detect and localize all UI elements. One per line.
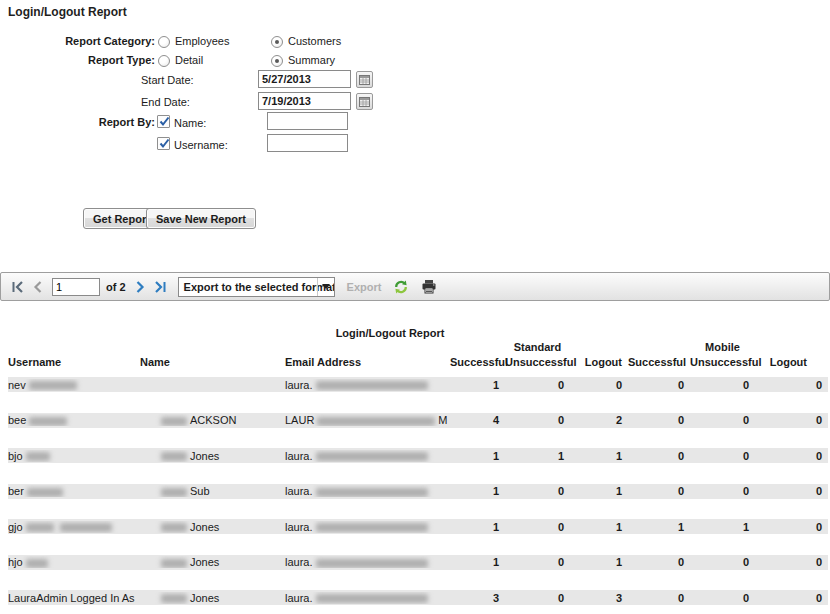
value-cell: 0 (505, 379, 570, 391)
start-date-input[interactable] (258, 70, 351, 88)
redacted-text (161, 594, 187, 603)
value-cell: 1 (570, 521, 628, 533)
cell-text: laura. (285, 485, 313, 497)
email-cell: laura. (285, 521, 450, 533)
email-cell: laura. (285, 379, 450, 391)
refresh-button[interactable] (393, 279, 409, 295)
col-header-std-unsuccessful: Unsuccessful (505, 356, 570, 368)
login-logout-report-page: Login/Logout Report Report Category: Emp… (0, 0, 830, 614)
export-format-select[interactable]: Export to the selected format (178, 277, 335, 297)
value-cell: 0 (755, 379, 828, 391)
cell-text: Sub (190, 485, 210, 497)
summary-radio-label[interactable]: Summary (288, 54, 335, 66)
value-cell: 1 (628, 521, 690, 533)
redacted-text (161, 488, 187, 497)
report-toolbar: of 2 Export to the selected format Expor… (0, 272, 830, 301)
group-header-row: Standard Mobile (8, 341, 828, 353)
value-cell: 0 (505, 556, 570, 568)
table-row: LauraAdmin Logged In AsJoneslaura.303000 (8, 590, 828, 605)
summary-radio[interactable] (271, 55, 283, 67)
calendar-icon (359, 75, 370, 85)
name-cell: Sub (140, 485, 285, 497)
first-page-button[interactable] (8, 277, 28, 297)
email-cell: LAURM (285, 414, 450, 426)
select-arrow-zone[interactable] (317, 278, 334, 296)
value-cell: 0 (690, 450, 755, 462)
value-cell: 0 (505, 521, 570, 533)
username-cell: ber (8, 485, 140, 497)
table-row: berSublaura.101000 (8, 484, 828, 499)
table-row: gjoJoneslaura.101110 (8, 519, 828, 534)
page-count-label: of 2 (106, 281, 126, 293)
radio-selected-dot (275, 59, 279, 63)
table-row: nevlaura.100000 (8, 377, 828, 392)
page-number-input[interactable] (52, 278, 100, 296)
redacted-text (27, 488, 63, 497)
customers-radio-label[interactable]: Customers (288, 35, 341, 47)
redacted-text (316, 488, 428, 497)
check-icon (158, 115, 171, 128)
value-cell: 3 (570, 592, 628, 604)
report-by-label: Report By: (7, 116, 155, 128)
username-cell: LauraAdmin Logged In As (8, 592, 140, 604)
name-input[interactable] (267, 112, 348, 130)
last-page-icon (153, 281, 167, 293)
cell-text: laura. (285, 450, 313, 462)
start-date-calendar-button[interactable] (356, 71, 373, 88)
redacted-text (29, 417, 67, 426)
redacted-text (60, 523, 112, 532)
name-cell: Jones (140, 592, 285, 604)
email-cell: laura. (285, 556, 450, 568)
value-cell: 0 (690, 592, 755, 604)
end-date-label: End Date: (141, 96, 190, 108)
cell-text: ber (8, 485, 24, 497)
last-page-button[interactable] (150, 277, 170, 297)
cell-text: Jones (190, 450, 219, 462)
col-header-mob-logout: Logout (755, 356, 828, 368)
value-cell: 0 (628, 450, 690, 462)
cell-text: Jones (190, 592, 219, 604)
col-header-username: Username (8, 356, 140, 368)
print-button[interactable] (421, 279, 437, 294)
prev-page-button[interactable] (28, 277, 48, 297)
value-cell: 0 (628, 414, 690, 426)
name-cell: Jones (140, 521, 285, 533)
username-checkbox-label[interactable]: Username: (174, 139, 228, 151)
detail-radio-label[interactable]: Detail (175, 54, 203, 66)
next-page-button[interactable] (130, 277, 150, 297)
value-cell: 0 (505, 485, 570, 497)
redacted-text (26, 559, 48, 568)
cell-text: laura. (285, 592, 313, 604)
username-input[interactable] (267, 134, 348, 152)
report-category-label: Report Category: (7, 35, 155, 47)
start-date-label: Start Date: (141, 74, 194, 86)
customers-radio[interactable] (271, 36, 283, 48)
redacted-text (26, 452, 50, 461)
value-cell: 1 (690, 521, 755, 533)
save-new-report-button[interactable]: Save New Report (146, 208, 256, 229)
username-cell: gjo (8, 521, 140, 533)
end-date-calendar-button[interactable] (356, 93, 373, 110)
value-cell: 1 (505, 450, 570, 462)
end-date-input[interactable] (258, 92, 351, 110)
value-cell: 0 (628, 556, 690, 568)
table-row: beeACKSONLAURM402000 (8, 413, 828, 428)
name-checkbox-label[interactable]: Name: (174, 117, 206, 129)
redacted-text (26, 523, 54, 532)
report-table-title: Login/Logout Report (0, 327, 780, 339)
export-button[interactable]: Export (347, 281, 382, 293)
value-cell: 1 (450, 450, 505, 462)
name-cell: Jones (140, 450, 285, 462)
username-checkbox[interactable] (157, 137, 170, 150)
name-checkbox[interactable] (157, 115, 170, 128)
cell-text: hjo (8, 556, 23, 568)
redacted-text (316, 559, 428, 568)
prev-page-icon (32, 281, 44, 293)
detail-radio[interactable] (158, 55, 170, 67)
chevron-down-icon (322, 284, 330, 289)
page-title: Login/Logout Report (8, 5, 127, 19)
employees-radio-label[interactable]: Employees (175, 35, 229, 47)
cell-text: ACKSON (190, 414, 236, 426)
employees-radio[interactable] (158, 36, 170, 48)
cell-text: laura. (285, 521, 313, 533)
